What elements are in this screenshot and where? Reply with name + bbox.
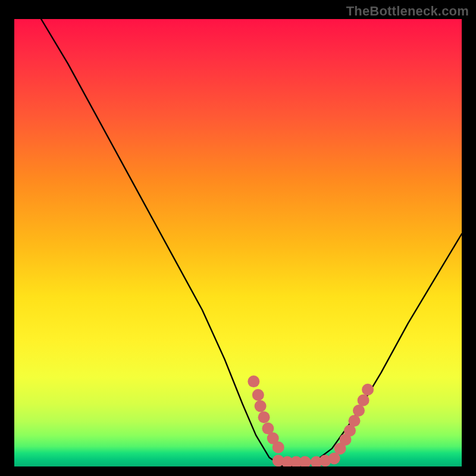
bottleneck-curve — [41, 19, 462, 466]
marker-dot — [248, 375, 259, 387]
marker-dot — [252, 389, 264, 401]
marker-dot — [353, 405, 365, 416]
plot-area — [14, 19, 462, 466]
marker-dot — [362, 384, 374, 396]
chart-root: TheBottleneck.com — [0, 0, 476, 476]
curve-layer — [14, 19, 462, 466]
watermark-label: TheBottleneck.com — [346, 4, 469, 19]
marker-dot — [258, 411, 270, 423]
marker-dot — [299, 456, 311, 467]
marker-dot — [358, 394, 369, 406]
marker-dot — [273, 441, 284, 453]
marker-dot — [349, 415, 361, 427]
marker-dot — [255, 400, 267, 412]
